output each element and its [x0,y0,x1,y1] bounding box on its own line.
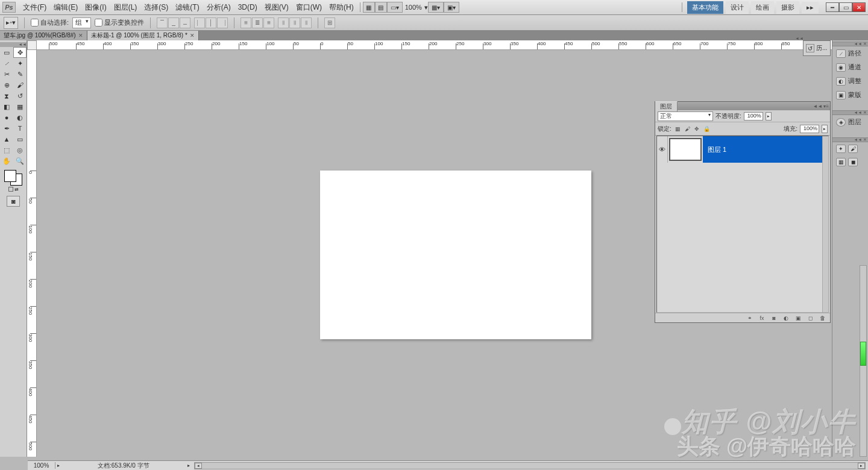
launch-minibridge-icon[interactable]: ▤ [375,2,387,13]
layers-scrollbar[interactable] [822,136,828,312]
workspace-essentials[interactable]: 基本功能 [687,1,723,14]
arrange-docs-icon[interactable]: ▦▾ [428,2,444,13]
align-top-icon[interactable]: ⎺ [157,17,168,28]
shape-tool-icon[interactable]: ▭ [13,134,27,145]
current-tool-icon[interactable]: ▸+▾ [4,17,18,29]
scroll-right-icon[interactable]: ▸ [858,463,865,469]
distribute-hcenter-icon[interactable]: ⦀ [289,17,300,28]
distribute-left-icon[interactable]: ⦀ [278,17,289,28]
layer-visibility-icon[interactable]: 👁 [657,136,668,163]
3d-tool-icon[interactable]: ⬚ [0,145,13,155]
marquee-tool-icon[interactable]: ▭ [0,47,13,58]
horizontal-scrollbar[interactable]: ◂ ▸ [194,462,866,469]
vertical-scrollbar[interactable] [860,265,867,457]
layers-tab[interactable]: 图层 [655,101,678,111]
hand-tool-icon[interactable]: ✋ [0,155,13,166]
workspace-painting[interactable]: 绘画 [751,1,774,14]
align-left-icon[interactable]: ⎸ [194,17,205,28]
dock-masks[interactable]: ▣蒙版 [832,88,868,102]
align-hcenter-icon[interactable]: │ [206,17,216,28]
fill-flyout-icon[interactable]: ▸ [822,125,828,133]
menu-view[interactable]: 视图(V) [261,1,292,14]
adjustment-layer-icon[interactable]: ◐ [782,315,790,322]
layer-thumbnail[interactable] [669,138,702,161]
default-colors-icon[interactable] [8,187,13,192]
scrollbar-thumb[interactable] [860,342,866,366]
view-extras-icon[interactable]: ▭▾ [387,2,403,13]
launch-bridge-icon[interactable]: ▦ [363,2,375,13]
distribute-vcenter-icon[interactable]: ≣ [252,17,263,28]
opacity-flyout-icon[interactable]: ▸ [766,112,772,121]
menu-select[interactable]: 选择(S) [140,1,172,14]
quickmask-icon[interactable]: ◙ [7,196,20,207]
dock-tool-presets[interactable]: ✦🖌 [832,142,868,155]
stamp-tool-icon[interactable]: ⧗ [0,90,13,101]
menu-edit[interactable]: 编辑(E) [50,1,81,14]
menu-layer[interactable]: 图层(L) [110,1,141,14]
panel-menu-icon[interactable]: ▾≡ [823,104,829,109]
delete-layer-icon[interactable]: 🗑 [818,315,826,322]
opacity-input[interactable]: 100% [744,112,763,121]
workspace-photography[interactable]: 摄影 [776,1,799,14]
link-layers-icon[interactable]: ⚭ [746,315,754,322]
move-tool-icon[interactable]: ✥ [13,47,27,58]
dock-paths[interactable]: ⟋路径 [832,46,868,60]
close-tab-icon[interactable]: ✕ [190,33,195,39]
lock-transparent-icon[interactable]: ▦ [674,125,682,133]
show-transform-check[interactable] [95,19,102,27]
toolbox-collapse[interactable]: ◄◄ [0,42,27,47]
layer-group-icon[interactable]: ▣ [794,315,802,322]
new-layer-icon[interactable]: ◻ [806,315,814,322]
panel-titlebar[interactable]: 图层 ◄◄ ▾≡ [655,102,830,110]
show-transform-checkbox[interactable]: 显示变换控件 [95,18,144,27]
path-select-icon[interactable]: ▲ [0,134,13,145]
zoom-level[interactable]: 100% [403,4,424,11]
layer-mask-icon[interactable]: ◙ [770,315,778,322]
auto-align-icon[interactable]: ⊞ [324,17,335,28]
zoom-tool-icon[interactable]: 🔍 [13,155,27,166]
gradient-tool-icon[interactable]: ▦ [13,101,27,112]
lock-all-icon[interactable]: 🔒 [703,125,711,133]
screen-mode-icon[interactable]: ▣▾ [444,2,459,13]
3d-camera-icon[interactable]: ◎ [13,145,27,155]
lock-position-icon[interactable]: ✥ [693,125,701,133]
workspace-more[interactable]: ▸▸ [802,2,819,13]
color-swatch[interactable] [3,170,24,186]
dock-swatches[interactable]: ▦◼ [832,155,868,169]
ruler-horizontal[interactable]: 5004504003503002502001501005005010015020… [37,40,832,50]
distribute-bottom-icon[interactable]: ≡ [263,17,274,28]
type-tool-icon[interactable]: T [13,123,27,134]
menu-file[interactable]: 文件(F) [19,1,50,14]
menu-filter[interactable]: 滤镜(T) [172,1,203,14]
align-bottom-icon[interactable]: ⎽ [180,17,190,28]
align-vcenter-icon[interactable]: ⎯ [168,17,179,28]
window-minimize-button[interactable]: ━ [826,2,839,12]
menu-window[interactable]: 窗口(W) [292,1,326,14]
doc-tab[interactable]: 望车.jpg @ 100%(RGB/8#)✕ [0,31,87,40]
window-close-button[interactable]: ✕ [852,2,866,12]
swap-colors-icon[interactable]: ⇄ [14,187,19,192]
status-menu-icon[interactable]: ▸ [186,463,192,468]
menu-3d[interactable]: 3D(D) [234,1,261,13]
layer-fx-icon[interactable]: fx [758,315,766,322]
layer-name[interactable]: 图层 1 [703,145,726,154]
workspace-design[interactable]: 设计 [726,1,749,14]
ruler-origin[interactable] [27,40,37,50]
pen-tool-icon[interactable]: ✒ [0,123,13,134]
auto-select-checkbox[interactable]: 自动选择: [31,18,69,27]
window-restore-button[interactable]: ▭ [839,2,852,12]
eraser-tool-icon[interactable]: ◧ [0,101,13,112]
distribute-top-icon[interactable]: ≡ [241,17,251,28]
layers-list[interactable]: 👁 图层 1 [656,136,829,313]
menu-analysis[interactable]: 分析(A) [203,1,234,14]
menu-image[interactable]: 图像(I) [81,1,110,14]
close-tab-icon[interactable]: ✕ [78,33,83,39]
blend-mode-select[interactable]: 正常 [658,111,713,121]
status-flyout-icon[interactable]: ▸ [55,463,61,468]
foreground-color[interactable] [4,170,16,182]
brush-tool-icon[interactable]: 🖌 [13,80,27,90]
status-zoom[interactable]: 100% [28,462,55,469]
panel-collapse-icon[interactable]: ◄◄ [813,104,822,109]
heal-tool-icon[interactable]: ⊕ [0,80,13,90]
ruler-vertical[interactable]: 050100150200250300350400450500550 [27,50,37,457]
